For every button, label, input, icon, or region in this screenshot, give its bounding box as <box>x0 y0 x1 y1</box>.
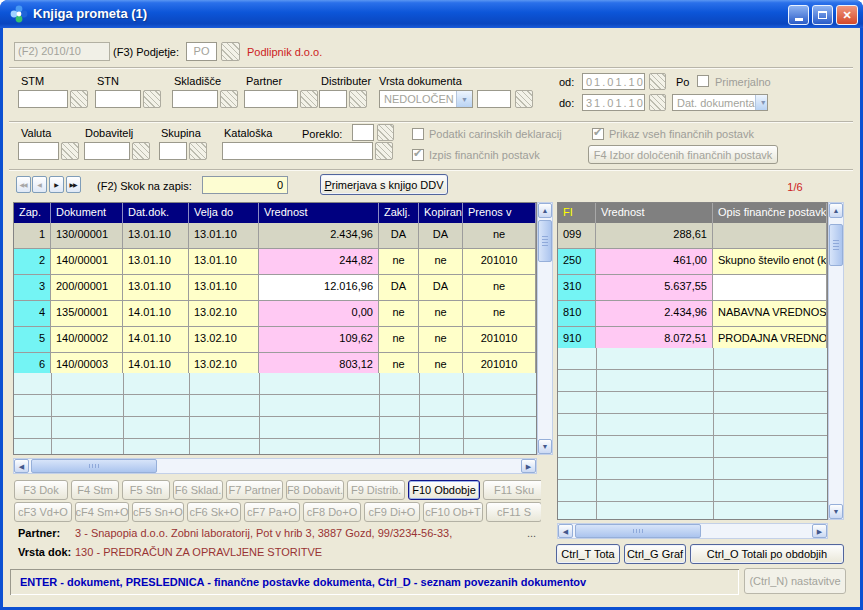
cell-prenos[interactable]: ne <box>463 275 536 300</box>
cell-zap[interactable]: 1 <box>14 223 51 248</box>
cell-datdok[interactable]: 13.01.10 <box>123 249 189 274</box>
vscroll-thumb[interactable] <box>829 224 843 266</box>
table-row[interactable]: 099 288,61 <box>558 223 827 249</box>
cell-opis[interactable] <box>713 223 827 248</box>
scroll-right-icon[interactable]: ▶ <box>521 459 536 473</box>
izpis-checkbox[interactable] <box>412 149 424 161</box>
f10-obdobje-button[interactable]: F10 Obdobje <box>408 480 480 500</box>
cell-fi-vrednost[interactable]: 288,61 <box>596 223 713 248</box>
cell-vrednost[interactable]: 244,82 <box>259 249 379 274</box>
table-row[interactable]: 3 200/00001 13.01.10 13.01.10 12.016,96 … <box>14 275 536 301</box>
skok-input[interactable]: 0 <box>202 176 288 194</box>
cell-vrednost[interactable]: 2.434,96 <box>259 223 379 248</box>
cell-vrednost[interactable]: 0,00 <box>259 301 379 326</box>
date-to-picker-button[interactable] <box>649 94 666 111</box>
cf7-button[interactable]: cF7 Pa+O <box>244 502 300 522</box>
cell-kopiran[interactable]: ne <box>419 301 463 326</box>
last-record-button[interactable]: ▶▶ <box>66 176 81 193</box>
close-button[interactable]: ✕ <box>836 5 858 25</box>
poreklo-picker-button[interactable] <box>377 124 394 141</box>
cf9-button[interactable]: cF9 Di+O <box>364 502 420 522</box>
f6-sklad-button[interactable]: F6 Sklad. <box>173 480 223 500</box>
vrsta-dokumenta-select[interactable]: NEDOLOČEN ▼ <box>379 90 473 108</box>
cf6-button[interactable]: cF6 Sk+O <box>187 502 241 522</box>
f11-skupina-button[interactable]: F11 Sku <box>483 480 541 500</box>
date-from-picker-button[interactable] <box>649 73 666 90</box>
cell-zaklj[interactable]: ne <box>379 327 419 352</box>
cell-fi-vrednost[interactable]: 2.434,96 <box>596 301 713 326</box>
cell-zap[interactable]: 4 <box>14 301 51 326</box>
cell-fi[interactable]: 310 <box>558 275 596 300</box>
cell-dokument[interactable]: 140/00002 <box>51 327 123 352</box>
cell-datdok[interactable]: 13.01.10 <box>123 275 189 300</box>
cell-opis[interactable] <box>713 275 827 300</box>
f4-stm-button[interactable]: F4 Stm <box>71 480 119 500</box>
cell-prenos[interactable]: 201010 <box>463 327 536 352</box>
partner-field[interactable] <box>244 90 298 108</box>
f4-izbor-button[interactable]: F4 Izbor določenih finančnih postavk <box>588 145 778 164</box>
prev-record-button[interactable]: ◀ <box>32 176 47 193</box>
cell-veljado[interactable]: 13.02.10 <box>189 327 259 352</box>
cell-zap[interactable]: 5 <box>14 327 51 352</box>
vscroll-thumb[interactable] <box>538 220 552 262</box>
cell-veljado[interactable]: 13.02.10 <box>189 301 259 326</box>
cf8-button[interactable]: cF8 Do+O <box>303 502 361 522</box>
stm-field[interactable] <box>18 90 68 108</box>
table-row[interactable]: 2 140/00001 13.01.10 13.01.10 244,82 ne … <box>14 249 536 275</box>
f8-dobavit-button[interactable]: F8 Dobavit. <box>286 480 344 500</box>
scroll-left-icon[interactable]: ◀ <box>14 459 29 473</box>
f7-partner-button[interactable]: F7 Partner <box>226 480 283 500</box>
fi-vscrollbar[interactable]: ▲ ▼ <box>828 202 844 520</box>
cell-vrednost[interactable]: 12.016,96 <box>259 275 379 300</box>
vrsta-picker-button[interactable] <box>515 90 533 108</box>
scroll-down-icon[interactable]: ▼ <box>538 439 552 454</box>
cf10-button[interactable]: cF10 Ob+T <box>423 502 483 522</box>
cf11-button[interactable]: cF11 S <box>486 502 541 522</box>
cell-datdok[interactable]: 14.01.10 <box>123 301 189 326</box>
cell-datdok[interactable]: 14.01.10 <box>123 327 189 352</box>
cell-prenos[interactable]: 201010 <box>463 249 536 274</box>
cell-kopiran[interactable]: ne <box>419 327 463 352</box>
cell-veljado[interactable]: 13.01.10 <box>189 249 259 274</box>
scroll-up-icon[interactable]: ▲ <box>538 203 552 218</box>
cell-zaklj[interactable]: ne <box>379 301 419 326</box>
stn-field[interactable] <box>95 90 141 108</box>
table-row[interactable]: 250 461,00 Skupno število enot (k <box>558 249 827 275</box>
scroll-up-icon[interactable]: ▲ <box>829 203 843 218</box>
cf5-button[interactable]: cF5 Sn+O <box>132 502 184 522</box>
f3-dok-button[interactable]: F3 Dok <box>14 480 68 500</box>
primerjava-ddv-button[interactable]: Primerjava s knjigo DDV <box>320 174 448 195</box>
partner-picker-button[interactable] <box>300 90 318 108</box>
documents-vscrollbar[interactable]: ▲ ▼ <box>537 202 553 455</box>
cell-dokument[interactable]: 200/00001 <box>51 275 123 300</box>
f9-distrib-button[interactable]: F9 Distrib. <box>347 480 405 500</box>
cell-opis[interactable]: Skupno število enot (k <box>713 249 827 274</box>
next-record-button[interactable]: ▶ <box>49 176 64 193</box>
valuta-field[interactable] <box>18 142 59 160</box>
cell-fi-vrednost[interactable]: 461,00 <box>596 249 713 274</box>
cell-vrednost[interactable]: 109,62 <box>259 327 379 352</box>
kataloska-field[interactable] <box>222 142 373 160</box>
cell-kopiran[interactable]: DA <box>419 275 463 300</box>
ctrl-o-totali-obdobja-button[interactable]: Ctrl_O Totali po obdobjih <box>690 544 844 564</box>
stn-picker-button[interactable] <box>143 90 161 108</box>
scroll-down-icon[interactable]: ▼ <box>829 504 843 519</box>
cell-veljado[interactable]: 13.01.10 <box>189 275 259 300</box>
stm-picker-button[interactable] <box>70 90 88 108</box>
company-code-field[interactable]: PO <box>186 42 217 61</box>
cell-datdok[interactable]: 13.01.10 <box>123 223 189 248</box>
cell-opis[interactable]: NABAVNA VREDNOS <box>713 301 827 326</box>
cf4-button[interactable]: cF4 Sm+O <box>75 502 129 522</box>
cell-prenos[interactable]: ne <box>463 223 536 248</box>
cell-zaklj[interactable]: DA <box>379 275 419 300</box>
date-to-field[interactable]: 31.01.10 <box>582 94 645 111</box>
scroll-right-icon[interactable]: ▶ <box>812 524 827 538</box>
maximize-button[interactable] <box>812 5 833 25</box>
cell-zap[interactable]: 3 <box>14 275 51 300</box>
dobavitelj-field[interactable] <box>84 142 130 160</box>
skladisce-picker-button[interactable] <box>220 90 238 108</box>
table-row[interactable]: 4 135/00001 14.01.10 13.02.10 0,00 ne ne… <box>14 301 536 327</box>
primerjalno-checkbox[interactable] <box>697 75 709 87</box>
valuta-picker-button[interactable] <box>61 142 79 160</box>
documents-hscrollbar[interactable]: ◀ ▶ <box>13 458 537 474</box>
